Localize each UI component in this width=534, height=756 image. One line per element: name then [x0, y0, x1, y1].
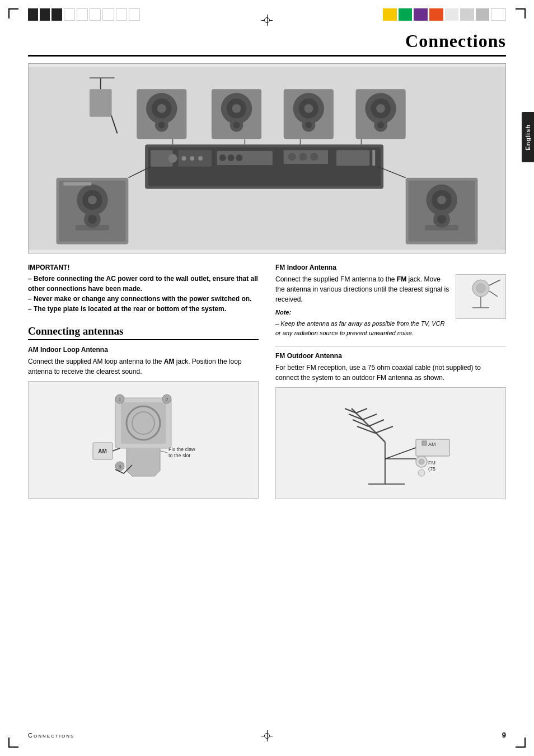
fm-note-content: – Keep the antenna as far away as possib…	[275, 320, 444, 336]
svg-point-35	[437, 215, 446, 224]
svg-point-8	[198, 156, 203, 161]
am-diagram-svg: AM Fix the claw to the slot 1 2	[82, 387, 205, 493]
fm-indoor-svg	[458, 277, 503, 316]
bar-orange	[429, 8, 443, 21]
svg-point-47	[233, 122, 240, 129]
svg-line-91	[489, 291, 498, 297]
svg-point-59	[377, 122, 384, 129]
svg-text:Fix the claw: Fix the claw	[168, 447, 195, 452]
svg-text:AM: AM	[98, 448, 107, 454]
bar-white-2	[77, 8, 88, 21]
fm-outdoor-title: FM Outdoor Antenna	[275, 352, 506, 360]
svg-line-90	[489, 280, 500, 285]
svg-rect-61	[90, 89, 112, 117]
important-text: – Before connecting the AC power cord to…	[28, 274, 259, 314]
svg-point-7	[190, 156, 194, 161]
svg-rect-27	[63, 182, 91, 186]
svg-rect-104	[422, 441, 427, 445]
am-text-before: Connect the supplied AM loop antenna to …	[28, 358, 164, 365]
svg-line-111	[385, 448, 416, 459]
fm-bold: FM	[397, 275, 406, 283]
important-section: IMPORTANT! – Before connecting the AC po…	[28, 264, 259, 314]
fm-indoor-diagram	[456, 274, 506, 319]
page-title-area: Connections	[28, 31, 506, 57]
svg-point-107	[419, 459, 424, 464]
svg-rect-18	[372, 150, 375, 166]
bar-white-r1	[491, 8, 506, 21]
svg-rect-71	[121, 402, 166, 444]
svg-point-26	[88, 215, 97, 224]
fm-indoor-section: FM Indoor Antenna Connect th	[275, 264, 506, 337]
footer-connections-label: Connections	[28, 732, 74, 739]
bar-white-3	[90, 8, 101, 21]
svg-point-57	[376, 104, 385, 113]
side-english-tab: English	[522, 112, 534, 162]
svg-point-51	[304, 104, 313, 113]
svg-line-100	[375, 426, 393, 433]
divider	[275, 346, 506, 346]
svg-point-41	[158, 122, 165, 129]
important-line-2: – Never make or change any connections w…	[28, 295, 251, 303]
fm-outdoor-svg: AM FM (75	[312, 392, 469, 495]
section-title: Connecting antennas	[28, 325, 124, 337]
bar-light3	[476, 8, 490, 21]
crosshair-circle-top	[264, 17, 270, 23]
right-column: FM Indoor Antenna Connect th	[275, 264, 506, 508]
fm-outdoor-diagram: AM FM (75	[275, 387, 506, 499]
svg-line-76	[113, 448, 120, 451]
svg-text:2: 2	[165, 397, 168, 402]
bar-black-2	[40, 8, 50, 21]
fm-indoor-title: FM Indoor Antenna	[275, 264, 506, 271]
important-line-1: – Before connecting the AC power cord to…	[28, 275, 258, 293]
fm-outdoor-section: FM Outdoor Antenna For better FM recepti…	[275, 352, 506, 499]
bar-black-1	[28, 8, 38, 21]
bar-light1	[445, 8, 459, 21]
bar-yellow	[383, 8, 397, 21]
important-bold-2: – Never make or change any connections w…	[28, 295, 251, 303]
crosshair-top	[261, 15, 273, 26]
svg-point-32	[437, 195, 446, 204]
bar-white-4	[102, 8, 114, 21]
page-title: Connections	[405, 31, 506, 51]
left-column: IMPORTANT! – Before connecting the AC po…	[28, 264, 259, 508]
svg-point-5	[168, 154, 177, 163]
fm-outdoor-text: For better FM reception, use a 75 ohm co…	[275, 363, 506, 383]
svg-point-39	[157, 104, 166, 113]
svg-point-110	[418, 469, 425, 476]
svg-point-53	[305, 122, 312, 129]
bar-light2	[460, 8, 474, 21]
svg-point-12	[236, 154, 243, 161]
svg-point-6	[181, 156, 186, 161]
am-antenna-diagram: AM Fix the claw to the slot 1 2	[28, 381, 259, 499]
svg-text:to the slot: to the slot	[168, 453, 191, 458]
side-tab-text: English	[524, 124, 531, 151]
main-wrapper: Connections	[0, 0, 534, 536]
am-antenna-section: AM Indoor Loop Antenna Connect the suppl…	[28, 346, 259, 499]
bar-green	[399, 8, 413, 21]
svg-point-23	[88, 195, 97, 204]
svg-rect-17	[336, 150, 369, 166]
svg-text:3: 3	[118, 464, 121, 469]
am-bold: AM	[164, 358, 175, 365]
svg-point-15	[299, 153, 307, 161]
svg-text:FM: FM	[428, 460, 435, 466]
svg-point-14	[288, 153, 296, 161]
two-column-layout: IMPORTANT! – Before connecting the AC po…	[28, 264, 506, 508]
fm-note-text: – Keep the antenna as far away as possib…	[275, 319, 506, 337]
diagram-svg	[29, 64, 505, 253]
bar-white-1	[64, 8, 75, 21]
svg-text:AM: AM	[428, 442, 436, 447]
footer-page-number: 9	[502, 731, 506, 739]
svg-line-94	[356, 408, 367, 413]
am-antenna-text: Connect the supplied AM loop antenna to …	[28, 356, 259, 377]
bar-white-5	[116, 8, 127, 21]
diagram-area	[28, 63, 506, 253]
am-antenna-title: AM Indoor Loop Antenna	[28, 346, 259, 354]
svg-text:1: 1	[118, 397, 121, 402]
svg-point-11	[228, 154, 235, 161]
section-header: Connecting antennas	[28, 325, 259, 340]
top-bars-left	[28, 8, 140, 21]
important-bold-3: – The type plate is located at the rear …	[28, 305, 226, 313]
svg-point-16	[310, 153, 318, 161]
svg-point-10	[219, 154, 226, 161]
